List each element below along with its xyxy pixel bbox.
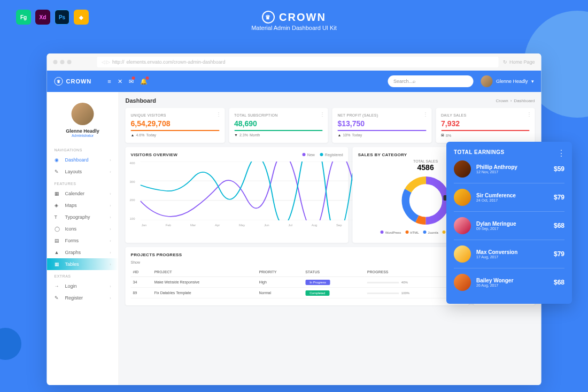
sidebar-section-label: NAVIGATIONS bbox=[47, 144, 119, 154]
profile-name: Glenne Headly bbox=[47, 128, 119, 134]
url-bar[interactable]: ◁ ▷ http:// elements.envato.com/crown-ad… bbox=[97, 57, 499, 67]
avatar bbox=[454, 160, 471, 178]
crown-icon: ♛ bbox=[55, 77, 63, 86]
hero-brand-text: CROWN bbox=[279, 11, 326, 24]
sidebar-profile: Glenne Headly Administrator bbox=[47, 98, 119, 144]
avatar bbox=[454, 245, 471, 263]
topbar-brand: ♛ CROWN bbox=[55, 77, 92, 86]
refresh-icon: ↻ bbox=[503, 59, 507, 65]
user-menu[interactable]: Glenne Headly ▾ bbox=[481, 75, 534, 87]
breadcrumb: Crown›Dashboard bbox=[496, 98, 535, 103]
profile-role: Administrator bbox=[47, 134, 119, 137]
donut-chart: HTML - 300 bbox=[399, 174, 452, 227]
sidebar-item-icons[interactable]: ◯Icons› bbox=[47, 223, 119, 235]
avatar bbox=[454, 274, 471, 291]
avatar bbox=[454, 189, 471, 206]
bell-icon[interactable]: 🔔 bbox=[140, 78, 148, 85]
hero-brand: ♛ CROWN bbox=[262, 11, 326, 24]
sidebar-item-typography[interactable]: TTypography› bbox=[47, 211, 119, 223]
chevron-down-icon: ▾ bbox=[531, 79, 534, 84]
projects-table-card: PROJECTS PROGRESS Show #IDPROJECTPRIORIT… bbox=[126, 247, 469, 305]
stat-card-profit: ⋮ NET PROFIT (SALES) $13,750 ▲ 10% Today bbox=[332, 108, 432, 143]
hero-subtitle: Material Admin Dashboard UI Kit bbox=[0, 25, 588, 31]
bg-decoration bbox=[0, 328, 21, 360]
avatar bbox=[481, 75, 493, 87]
earnings-item[interactable]: Max Conversion17 Aug, 2017 $79 bbox=[454, 240, 564, 268]
sidebar-item-login[interactable]: →Login› bbox=[47, 280, 119, 292]
sidebar: Glenne Headly Administrator NAVIGATIONS … bbox=[47, 92, 119, 385]
line-chart: 400300200100 JanFebMarAprMayJunJulAugSep bbox=[131, 162, 343, 220]
sidebar-item-register[interactable]: ✎Register› bbox=[47, 292, 119, 304]
projects-table: #IDPROJECTPRIORITYSTATUSPROGRESS 34 Make… bbox=[131, 267, 464, 298]
visitors-chart-card: VISITORS OVERVIEW New Registered 4003002… bbox=[126, 147, 349, 243]
more-icon[interactable]: ⋮ bbox=[557, 148, 566, 158]
topbar: ♛ CROWN ≡ ✕ ✉ 🔔 Search... ⌕ Glenne Headl… bbox=[47, 71, 541, 92]
avatar bbox=[454, 217, 471, 234]
sidebar-item-tables[interactable]: ▦Tables› bbox=[47, 258, 119, 270]
browser-chrome: ◁ ▷ http:// elements.envato.com/crown-ad… bbox=[47, 53, 541, 71]
page-title: Dashboard bbox=[126, 97, 156, 104]
settings-icon[interactable]: ✕ bbox=[118, 78, 122, 85]
earnings-item[interactable]: Bailey Wonger26 Aug, 2017 $68 bbox=[454, 268, 564, 296]
more-icon[interactable]: ⋮ bbox=[320, 111, 325, 117]
avatar bbox=[72, 103, 94, 125]
stat-row: ⋮ UNIQUE VISITORS 6,54,29,708 ▲ 4.6% Tod… bbox=[126, 108, 535, 143]
table-row[interactable]: 89 Fix Datables Template Normal Complete… bbox=[131, 288, 464, 298]
crown-icon: ♛ bbox=[262, 11, 275, 24]
hero-header: ♛ CROWN Material Admin Dashboard UI Kit bbox=[0, 0, 588, 37]
stat-card-daily-sales: ⋮ DAILY SALES 7,932 ⊠ 8% bbox=[436, 108, 535, 143]
sidebar-item-dashboard[interactable]: ◉Dashboard› bbox=[47, 154, 119, 166]
menu-icon[interactable]: ≡ bbox=[107, 78, 111, 85]
sidebar-item-maps[interactable]: ◈Maps› bbox=[47, 199, 119, 211]
mail-icon[interactable]: ✉ bbox=[129, 78, 134, 85]
stat-card-visitors: ⋮ UNIQUE VISITORS 6,54,29,708 ▲ 4.6% Tod… bbox=[126, 108, 225, 143]
total-earnings-card: TOTAL EARNINGS ⋮ Phillip Anthropy12 Nov,… bbox=[446, 142, 572, 304]
more-icon[interactable]: ⋮ bbox=[423, 111, 428, 117]
sidebar-item-calendar[interactable]: ▦Calender› bbox=[47, 188, 119, 199]
more-icon[interactable]: ⋮ bbox=[527, 111, 532, 117]
earnings-item[interactable]: Sir Cumference24 Oct, 2017 $79 bbox=[454, 183, 564, 212]
sidebar-section-label: FEATURES bbox=[47, 178, 119, 188]
more-icon[interactable]: ⋮ bbox=[216, 111, 221, 117]
sidebar-section-label: EXTRAS bbox=[47, 270, 119, 280]
earnings-item[interactable]: Dylan Meringue09 Sep, 2017 $68 bbox=[454, 212, 564, 240]
search-icon: ⌕ bbox=[413, 79, 415, 84]
table-row[interactable]: 34 Make Webside Responsive High In Progr… bbox=[131, 277, 464, 288]
search-input[interactable]: Search... ⌕ bbox=[388, 75, 474, 87]
home-button[interactable]: ↻ Home Page bbox=[503, 59, 535, 65]
sidebar-item-graphs[interactable]: ▲Graphs› bbox=[47, 247, 119, 258]
sidebar-item-layouts[interactable]: ✎Layouts› bbox=[47, 166, 119, 178]
sidebar-item-forms[interactable]: ▤Forms› bbox=[47, 235, 119, 247]
stat-card-subscription: ⋮ TOTAL SUBSCRIPTION 48,690 ▼ 2.3% Month bbox=[229, 108, 328, 143]
earnings-item[interactable]: Phillip Anthropy12 Nov, 2017 $59 bbox=[454, 155, 564, 183]
